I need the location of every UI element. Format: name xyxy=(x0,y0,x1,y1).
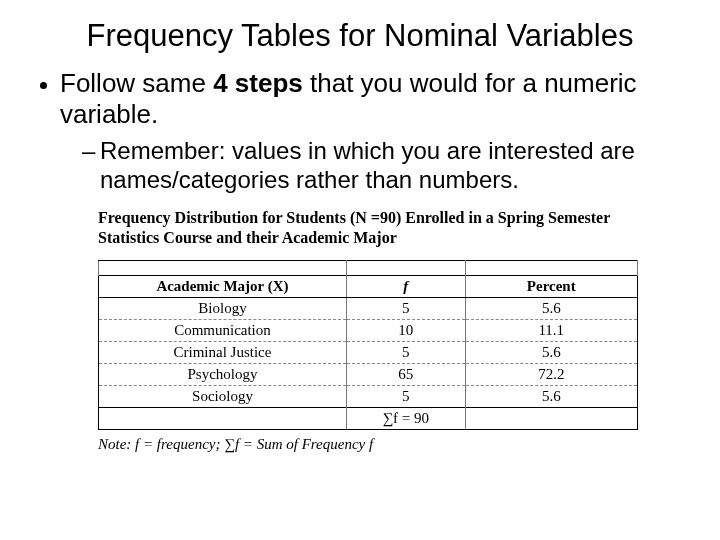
cell-pct: 5.6 xyxy=(465,297,637,319)
cell-pct: 5.6 xyxy=(465,341,637,363)
cell-major: Communication xyxy=(99,319,347,341)
bullet-item-1: Follow same 4 steps that you would for a… xyxy=(60,68,692,194)
table-row: Psychology 65 72.2 xyxy=(99,363,638,385)
table-note: Note: f = frequency; ∑f = Sum of Frequen… xyxy=(98,436,638,453)
cell-f: 5 xyxy=(346,341,465,363)
table-spacer-row xyxy=(99,260,638,275)
cell-f: 5 xyxy=(346,297,465,319)
table-title: Frequency Distribution for Students (N =… xyxy=(98,208,638,248)
slide: Frequency Tables for Nominal Variables F… xyxy=(0,0,720,540)
cell-major: Psychology xyxy=(99,363,347,385)
cell-pct: 11.1 xyxy=(465,319,637,341)
frequency-table: Academic Major (X) f Percent Biology 5 5… xyxy=(98,260,638,430)
cell-major: Biology xyxy=(99,297,347,319)
cell-pct: 72.2 xyxy=(465,363,637,385)
frequency-table-block: Frequency Distribution for Students (N =… xyxy=(98,208,638,453)
table-row: Biology 5 5.6 xyxy=(99,297,638,319)
sub-bullet-list: Remember: values in which you are intere… xyxy=(82,137,692,194)
cell-major: Sociology xyxy=(99,385,347,407)
table-total-row: ∑f = 90 xyxy=(99,407,638,429)
cell-total-f: ∑f = 90 xyxy=(346,407,465,429)
slide-title: Frequency Tables for Nominal Variables xyxy=(28,18,692,54)
bullet1-pre: Follow same xyxy=(60,68,213,98)
cell-f: 5 xyxy=(346,385,465,407)
cell-major: Criminal Justice xyxy=(99,341,347,363)
sub-bullet-1: Remember: values in which you are intere… xyxy=(82,137,692,194)
header-f: f xyxy=(346,275,465,297)
table-header-row: Academic Major (X) f Percent xyxy=(99,275,638,297)
cell-f: 10 xyxy=(346,319,465,341)
bullet-list: Follow same 4 steps that you would for a… xyxy=(38,68,692,194)
cell-f: 65 xyxy=(346,363,465,385)
header-percent: Percent xyxy=(465,275,637,297)
header-major: Academic Major (X) xyxy=(99,275,347,297)
cell-total-major xyxy=(99,407,347,429)
bullet1-bold: 4 steps xyxy=(213,68,303,98)
cell-pct: 5.6 xyxy=(465,385,637,407)
table-row: Criminal Justice 5 5.6 xyxy=(99,341,638,363)
table-row: Communication 10 11.1 xyxy=(99,319,638,341)
cell-total-pct xyxy=(465,407,637,429)
table-row: Sociology 5 5.6 xyxy=(99,385,638,407)
